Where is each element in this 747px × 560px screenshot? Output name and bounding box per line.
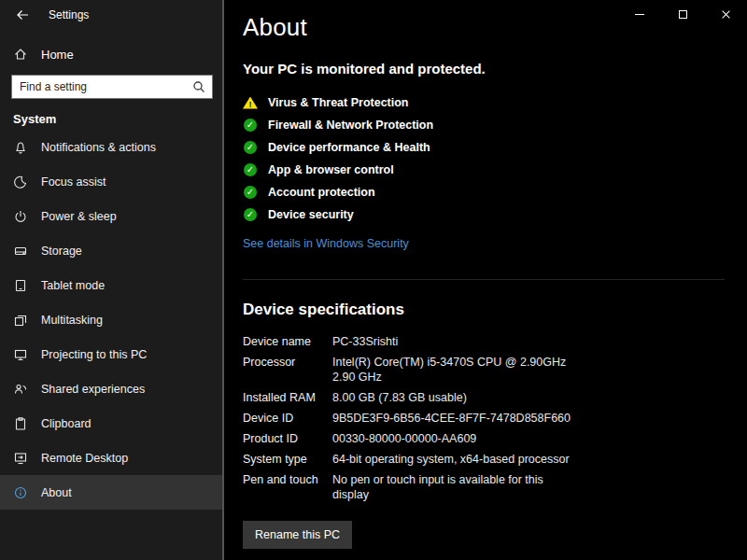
info-icon — [13, 485, 28, 500]
titlebar: Settings — [0, 0, 224, 30]
spec-value: 8.00 GB (7.83 GB usable) — [332, 390, 467, 405]
sidebar-item-multitasking[interactable]: Multitasking — [0, 302, 224, 337]
sidebar-item-clipboard[interactable]: Clipboard — [0, 406, 224, 441]
bell-icon — [13, 140, 28, 155]
spec-value: Intel(R) Core(TM) i5-3470S CPU @ 2.90GHz… — [332, 355, 571, 385]
security-item-virus-threat: Virus & Threat Protection — [243, 91, 747, 114]
security-item-label: Device performance & Health — [268, 141, 430, 154]
security-item-performance: Device performance & Health — [243, 136, 747, 159]
security-item-firewall: Firewall & Network Protection — [243, 114, 747, 136]
sidebar-section-system: System — [0, 99, 224, 130]
sidebar-item-power-sleep[interactable]: Power & sleep — [0, 199, 224, 233]
sidebar: Settings Home System — [0, 0, 224, 560]
spec-row-installed-ram: Installed RAM 8.00 GB (7.83 GB usable) — [243, 390, 747, 405]
windows-security-link[interactable]: See details in Windows Security — [243, 237, 409, 250]
security-item-app-browser: App & browser control — [243, 159, 747, 181]
sidebar-item-storage[interactable]: Storage — [0, 233, 224, 268]
sidebar-item-label: Remote Desktop — [41, 452, 128, 465]
check-circle-icon — [244, 119, 257, 132]
sidebar-item-label: Home — [41, 48, 74, 62]
power-icon — [13, 209, 28, 224]
security-heading: Your PC is monitored and protected. — [243, 61, 747, 77]
sidebar-item-label: About — [41, 486, 72, 499]
device-specs-heading: Device specifications — [243, 301, 747, 319]
search-input[interactable] — [11, 75, 213, 99]
window-title: Settings — [49, 8, 89, 21]
spec-label: Pen and touch — [243, 472, 332, 502]
device-specs-table: Device name PC-33Srishti Processor Intel… — [243, 334, 747, 502]
sidebar-item-notifications[interactable]: Notifications & actions — [0, 130, 224, 164]
sidebar-item-label: Focus assist — [41, 175, 106, 189]
sidebar-item-shared-experiences[interactable]: Shared experiences — [0, 371, 224, 406]
security-item-account: Account protection — [243, 181, 747, 203]
security-item-device-security: Device security — [243, 203, 747, 226]
security-item-label: Account protection — [268, 186, 375, 199]
minimize-button[interactable] — [618, 0, 661, 28]
security-item-label: Firewall & Network Protection — [268, 119, 433, 132]
security-list: Virus & Threat Protection Firewall & Net… — [243, 91, 747, 226]
spec-value: 9B5DE3F9-6B56-4CEE-8F7F-7478D858F660 — [332, 411, 571, 426]
sidebar-item-label: Notifications & actions — [41, 141, 156, 154]
maximize-button[interactable] — [661, 0, 704, 28]
spec-value: No pen or touch input is available for t… — [332, 472, 571, 502]
close-icon — [721, 9, 731, 20]
multitasking-icon — [13, 313, 28, 328]
spec-label: Installed RAM — [243, 390, 332, 405]
clipboard-icon — [13, 416, 28, 431]
section-divider — [243, 279, 725, 280]
spec-row-device-name: Device name PC-33Srishti — [243, 334, 747, 349]
sidebar-item-label: Multitasking — [41, 314, 103, 327]
check-circle-icon — [244, 186, 257, 199]
maximize-icon — [679, 10, 687, 19]
back-arrow-icon — [15, 7, 30, 22]
security-item-label: Virus & Threat Protection — [268, 96, 409, 109]
sidebar-item-label: Storage — [41, 245, 82, 258]
home-icon — [13, 47, 28, 62]
spec-row-device-id: Device ID 9B5DE3F9-6B56-4CEE-8F7F-7478D8… — [243, 411, 747, 426]
spec-row-product-id: Product ID 00330-80000-00000-AA609 — [243, 431, 747, 446]
sidebar-item-label: Projecting to this PC — [41, 348, 147, 361]
spec-value: PC-33Srishti — [332, 334, 398, 349]
spec-label: Processor — [243, 355, 332, 385]
spec-row-processor: Processor Intel(R) Core(TM) i5-3470S CPU… — [243, 355, 747, 385]
rename-pc-button[interactable]: Rename this PC — [243, 521, 352, 549]
sidebar-item-projecting[interactable]: Projecting to this PC — [0, 337, 224, 371]
spec-row-pen-touch: Pen and touch No pen or touch input is a… — [243, 472, 747, 502]
sidebar-item-remote-desktop[interactable]: Remote Desktop — [0, 441, 224, 475]
window-controls — [618, 0, 747, 28]
sidebar-item-tablet-mode[interactable]: Tablet mode — [0, 268, 224, 302]
settings-window: Settings Home System — [0, 0, 747, 560]
main-content: About Your PC is monitored and protected… — [224, 0, 747, 560]
spec-label: System type — [243, 452, 332, 467]
minimize-icon — [635, 14, 644, 15]
remote-desktop-icon — [13, 451, 28, 466]
sidebar-item-label: Shared experiences — [41, 383, 145, 396]
back-button[interactable] — [13, 6, 32, 24]
close-button[interactable] — [704, 0, 747, 28]
sidebar-item-home[interactable]: Home — [0, 37, 224, 71]
share-icon — [13, 382, 28, 397]
check-circle-icon — [244, 141, 257, 154]
project-icon — [13, 347, 28, 362]
sidebar-item-focus-assist[interactable]: Focus assist — [0, 164, 224, 199]
tablet-icon — [13, 278, 28, 293]
spec-row-system-type: System type 64-bit operating system, x64… — [243, 452, 747, 467]
spec-value: 64-bit operating system, x64-based proce… — [332, 452, 570, 467]
search-box — [11, 75, 213, 99]
sidebar-item-label: Power & sleep — [41, 210, 117, 223]
sidebar-nav: Notifications & actions Focus assist Pow… — [0, 130, 224, 510]
sidebar-item-about[interactable]: About — [0, 475, 224, 510]
spec-label: Device ID — [243, 411, 332, 426]
spec-label: Product ID — [243, 431, 332, 446]
sidebar-item-label: Clipboard — [41, 417, 92, 430]
warning-icon — [243, 97, 258, 109]
moon-icon — [13, 175, 28, 189]
search-icon[interactable] — [191, 79, 206, 94]
storage-icon — [13, 244, 28, 259]
spec-label: Device name — [243, 334, 332, 349]
security-item-label: Device security — [268, 208, 354, 221]
spec-value: 00330-80000-00000-AA609 — [332, 431, 476, 446]
security-item-label: App & browser control — [268, 163, 394, 176]
check-circle-icon — [244, 163, 257, 176]
sidebar-item-label: Tablet mode — [41, 279, 105, 292]
